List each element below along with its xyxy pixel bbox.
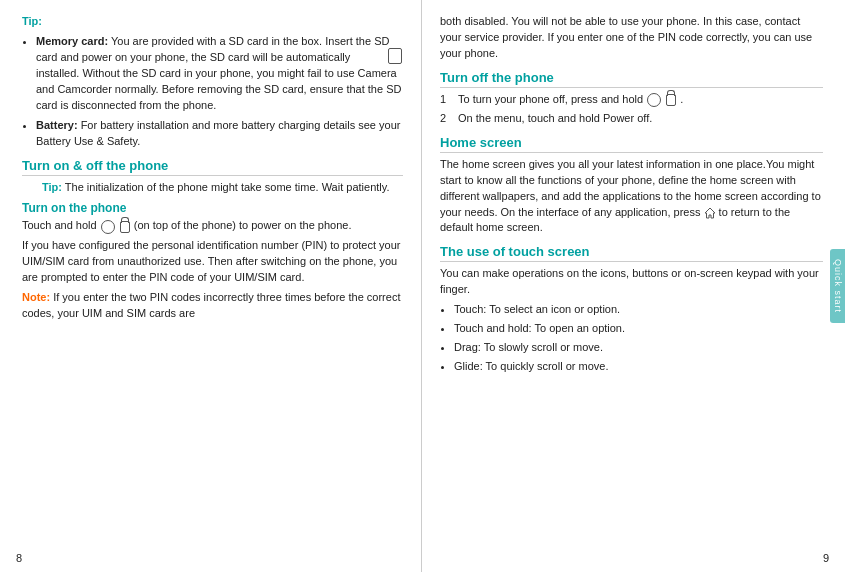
home-screen-para: The home screen gives you all your lates…	[440, 157, 823, 237]
home-icon	[704, 207, 716, 219]
power-icon-2	[647, 93, 661, 107]
power-icon	[101, 220, 115, 234]
step-2: 2 On the menu, touch and hold Power off.	[440, 111, 823, 127]
touch-screen-intro: You can make operations on the icons, bu…	[440, 266, 823, 298]
touch-bullet-list: Touch: To select an icon or option. Touc…	[454, 302, 823, 375]
side-tab: Quick start	[830, 249, 845, 323]
list-item: Touch: To select an icon or option.	[454, 302, 823, 318]
list-item: Drag: To slowly scroll or move.	[454, 340, 823, 356]
lock-icon	[120, 221, 130, 233]
page-number-left: 8	[16, 552, 22, 564]
page-left: Tip: Memory card: You are provided with …	[0, 0, 422, 572]
section-home-screen-heading: Home screen	[440, 135, 823, 153]
lock-icon-2	[666, 94, 676, 106]
svg-marker-0	[705, 208, 715, 218]
section-turn-on-heading: Turn on the phone	[22, 201, 403, 215]
tip2: Tip: The initialization of the phone mig…	[22, 180, 403, 196]
turn-on-para1: Touch and hold (on top of the phone) to …	[22, 218, 403, 234]
continuation-text: both disabled. You will not be able to u…	[440, 14, 823, 62]
section-turn-off-heading: Turn off the phone	[440, 70, 823, 88]
section-touch-screen-heading: The use of touch screen	[440, 244, 823, 262]
turn-on-para2: If you have configured the personal iden…	[22, 238, 403, 286]
tip-label-1: Tip:	[22, 14, 403, 30]
section-turn-on-off-heading: Turn on & off the phone	[22, 158, 403, 176]
page-number-right: 9	[823, 552, 829, 564]
note-para: Note: If you enter the two PIN codes inc…	[22, 290, 403, 322]
step-1: 1 To turn your phone off, press and hold…	[440, 92, 823, 108]
sd-card-icon	[388, 48, 402, 64]
list-item: Glide: To quickly scroll or move.	[454, 359, 823, 375]
list-item: Touch and hold: To open an option.	[454, 321, 823, 337]
list-item: Battery: For battery installation and mo…	[36, 118, 403, 150]
bullet-list: Memory card: You are provided with a SD …	[36, 34, 403, 150]
list-item: Memory card: You are provided with a SD …	[36, 34, 403, 114]
page-right: both disabled. You will not be able to u…	[422, 0, 845, 572]
